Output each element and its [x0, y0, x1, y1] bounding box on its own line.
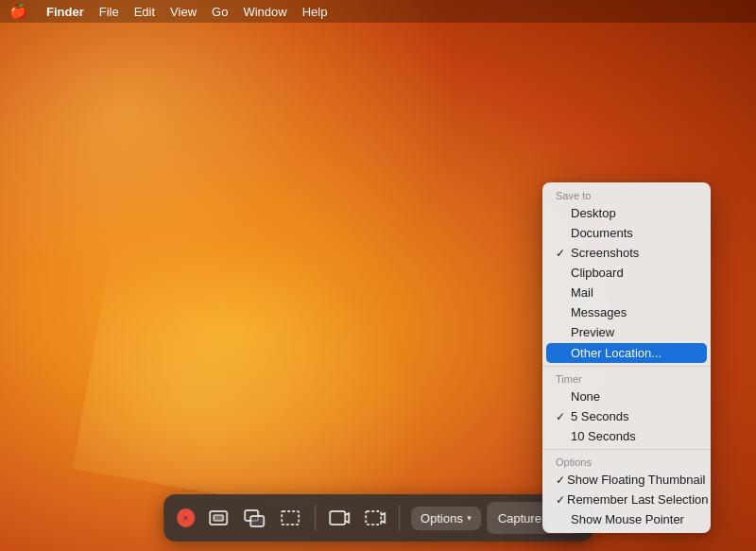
checkmark-icon: ✓ [556, 410, 569, 423]
checkmark-icon: ✓ [556, 493, 565, 507]
toolbar-record-selection[interactable] [359, 501, 391, 535]
menu-item-other-location[interactable]: Other Location... [546, 343, 707, 363]
chevron-down-icon: ▾ [467, 513, 472, 523]
menu-item-timer-none-label: None [571, 389, 600, 404]
toolbar-capture-fullscreen[interactable] [202, 501, 234, 535]
menu-item-show-mouse-pointer-label: Show Mouse Pointer [571, 512, 684, 526]
menu-item-floating-thumbnail-label: Show Floating Thumbnail [567, 473, 705, 487]
context-menu: Save to Desktop Documents ✓ Screenshots … [542, 182, 711, 533]
menu-item-desktop[interactable]: Desktop [542, 203, 711, 223]
menubar: 🍎 Finder File Edit View Go Window Help [0, 0, 756, 23]
menubar-edit[interactable]: Edit [134, 5, 155, 19]
svg-rect-3 [250, 516, 264, 526]
record-fullscreen-icon [328, 507, 351, 529]
menubar-file[interactable]: File [99, 5, 119, 19]
save-to-section-label: Save to [542, 186, 711, 203]
toolbar-capture-window[interactable] [238, 501, 270, 535]
checkmark-icon: ✓ [556, 247, 569, 260]
record-selection-icon [364, 507, 387, 529]
menu-item-timer-none[interactable]: None [542, 387, 711, 406]
menu-item-documents-label: Documents [571, 226, 633, 240]
menu-item-show-mouse-pointer[interactable]: Show Mouse Pointer [542, 509, 711, 529]
toolbar-capture-selection[interactable] [275, 501, 307, 535]
timer-section-label: Timer [542, 370, 711, 387]
desktop: 🍎 Finder File Edit View Go Window Help S… [0, 0, 756, 551]
close-icon: × [183, 513, 189, 524]
menubar-go[interactable]: Go [212, 5, 228, 19]
menu-item-clipboard[interactable]: Clipboard [542, 263, 711, 283]
menu-item-other-location-label: Other Location... [571, 346, 662, 360]
window-icon [243, 507, 266, 529]
menubar-left: 🍎 Finder File Edit View Go Window Help [9, 3, 327, 20]
toolbar-separator-1 [315, 505, 316, 531]
menu-item-clipboard-label: Clipboard [571, 266, 624, 280]
toolbar-close-button[interactable]: × [177, 508, 195, 527]
toolbar-record-fullscreen[interactable] [323, 501, 355, 535]
screenshot-toolbar: × [163, 494, 593, 542]
menu-separator-1 [542, 366, 711, 367]
apple-logo-icon[interactable]: 🍎 [9, 3, 27, 20]
menu-item-messages-label: Messages [571, 305, 627, 319]
svg-rect-6 [366, 511, 381, 525]
menu-separator-2 [542, 449, 711, 450]
menu-item-timer-10s[interactable]: 10 Seconds [542, 426, 711, 446]
toolbar-options-button[interactable]: Options ▾ [411, 507, 481, 530]
menubar-help[interactable]: Help [302, 5, 328, 19]
menu-item-floating-thumbnail[interactable]: ✓ Show Floating Thumbnail [542, 470, 711, 490]
svg-rect-1 [214, 515, 223, 521]
menu-item-mail-label: Mail [571, 285, 593, 300]
svg-rect-5 [330, 511, 345, 525]
svg-rect-4 [283, 511, 300, 525]
menu-item-documents[interactable]: Documents [542, 223, 711, 243]
options-section-label: Options [542, 453, 711, 470]
menu-item-remember-selection[interactable]: ✓ Remember Last Selection [542, 490, 711, 509]
capture-label: Capture [498, 511, 541, 525]
options-label: Options [421, 511, 463, 525]
checkmark-icon: ✓ [556, 474, 565, 487]
menubar-finder[interactable]: Finder [46, 5, 84, 19]
menu-item-messages[interactable]: Messages [542, 302, 711, 322]
menu-item-desktop-label: Desktop [571, 206, 616, 220]
menu-item-mail[interactable]: Mail [542, 283, 711, 302]
menu-item-remember-selection-label: Remember Last Selection [567, 492, 709, 507]
menu-item-screenshots[interactable]: ✓ Screenshots [542, 243, 711, 263]
menu-item-timer-10s-label: 10 Seconds [571, 429, 636, 443]
menu-item-preview[interactable]: Preview [542, 322, 711, 342]
menu-item-timer-5s[interactable]: ✓ 5 Seconds [542, 406, 711, 426]
menu-item-screenshots-label: Screenshots [571, 246, 639, 260]
menu-item-preview-label: Preview [571, 325, 614, 339]
menubar-view[interactable]: View [170, 5, 197, 19]
menubar-window[interactable]: Window [243, 5, 286, 19]
toolbar-separator-2 [399, 505, 400, 531]
selection-icon [280, 507, 302, 529]
fullscreen-icon [207, 507, 230, 529]
menu-item-timer-5s-label: 5 Seconds [571, 409, 628, 423]
